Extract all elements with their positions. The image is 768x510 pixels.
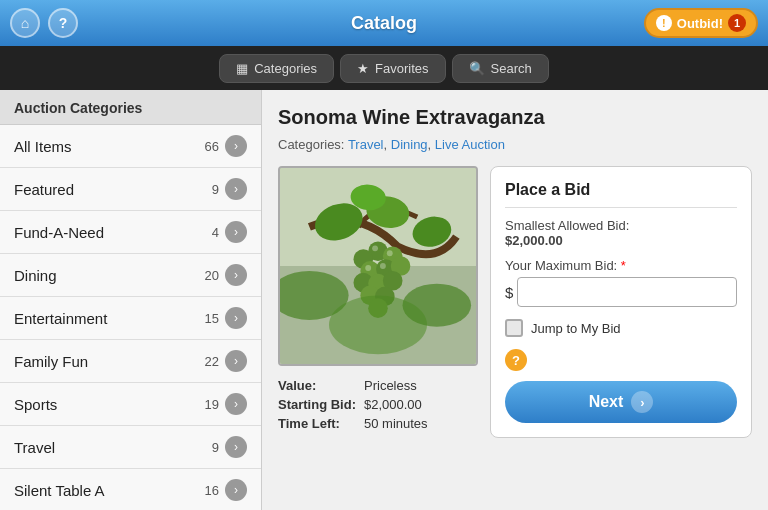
sidebar-item-entertainment[interactable]: Entertainment 15 › — [0, 297, 261, 340]
categories-line: Categories: Travel, Dining, Live Auction — [278, 137, 752, 152]
categories-nav-button[interactable]: ▦ Categories — [219, 54, 334, 83]
item-title: Sonoma Wine Extravaganza — [278, 106, 752, 129]
bid-panel-title: Place a Bid — [505, 181, 737, 208]
question-icon: ? — [59, 15, 68, 31]
item-image — [278, 166, 478, 366]
starting-bid-label: Starting Bid: — [278, 395, 364, 414]
svg-point-19 — [387, 250, 393, 256]
smallest-allowed-row: Smallest Allowed Bid: $2,000.00 — [505, 218, 737, 248]
item-image-container: Value: Priceless Starting Bid: $2,000.00… — [278, 166, 478, 438]
sidebar-item-fund-a-need-arrow: › — [225, 221, 247, 243]
sidebar: Auction Categories All Items 66 › Featur… — [0, 90, 262, 510]
sidebar-item-all-items-arrow: › — [225, 135, 247, 157]
sidebar-item-sports-right: 19 › — [205, 393, 247, 415]
smallest-allowed-label: Smallest Allowed Bid: — [505, 218, 629, 233]
sidebar-item-travel[interactable]: Travel 9 › — [0, 426, 261, 469]
sidebar-item-sports[interactable]: Sports 19 › — [0, 383, 261, 426]
bid-input-row: $ — [505, 277, 737, 307]
svg-point-21 — [380, 263, 386, 269]
nav-bar: ▦ Categories ★ Favorites 🔍 Search — [0, 46, 768, 90]
sidebar-item-travel-right: 9 › — [212, 436, 247, 458]
sidebar-header: Auction Categories — [0, 90, 261, 125]
sidebar-item-silent-table-a[interactable]: Silent Table A 16 › — [0, 469, 261, 510]
jump-to-my-bid-checkbox[interactable] — [505, 319, 523, 337]
sidebar-item-dining-count: 20 — [205, 268, 219, 283]
app-title: Catalog — [351, 13, 417, 34]
time-left-label: Time Left: — [278, 414, 364, 433]
category-live-auction-link[interactable]: Live Auction — [435, 137, 505, 152]
item-details: Value: Priceless Starting Bid: $2,000.00… — [278, 376, 478, 433]
search-nav-icon: 🔍 — [469, 61, 485, 76]
sidebar-item-dining-right: 20 › — [205, 264, 247, 286]
outbid-button[interactable]: ! Outbid! 1 — [644, 8, 758, 38]
home-icon: ⌂ — [21, 15, 29, 31]
search-nav-button[interactable]: 🔍 Search — [452, 54, 549, 83]
starting-bid-value: $2,000.00 — [364, 395, 436, 414]
sidebar-item-all-items-label: All Items — [14, 138, 72, 155]
sidebar-item-sports-arrow: › — [225, 393, 247, 415]
category-travel-link[interactable]: Travel — [348, 137, 384, 152]
sidebar-item-family-fun-right: 22 › — [205, 350, 247, 372]
sidebar-item-family-fun-label: Family Fun — [14, 353, 88, 370]
sidebar-item-family-fun-arrow: › — [225, 350, 247, 372]
sidebar-item-featured-right: 9 › — [212, 178, 247, 200]
sidebar-item-fund-a-need-right: 4 › — [212, 221, 247, 243]
home-button[interactable]: ⌂ — [10, 8, 40, 38]
sidebar-item-travel-label: Travel — [14, 439, 55, 456]
sidebar-item-fund-a-need[interactable]: Fund-A-Need 4 › — [0, 211, 261, 254]
sidebar-item-all-items-right: 66 › — [205, 135, 247, 157]
sidebar-item-entertainment-arrow: › — [225, 307, 247, 329]
outbid-count-badge: 1 — [728, 14, 746, 32]
dollar-sign: $ — [505, 284, 513, 301]
sidebar-item-dining[interactable]: Dining 20 › — [0, 254, 261, 297]
sidebar-item-entertainment-count: 15 — [205, 311, 219, 326]
search-nav-label: Search — [491, 61, 532, 76]
favorites-nav-button[interactable]: ★ Favorites — [340, 54, 445, 83]
required-asterisk: * — [621, 258, 626, 273]
help-icon[interactable]: ? — [505, 349, 527, 371]
sidebar-item-sports-count: 19 — [205, 397, 219, 412]
sidebar-item-entertainment-right: 15 › — [205, 307, 247, 329]
time-left-value: 50 minutes — [364, 414, 436, 433]
next-arrow-icon: › — [631, 391, 653, 413]
sidebar-item-all-items[interactable]: All Items 66 › — [0, 125, 261, 168]
content-area: Sonoma Wine Extravaganza Categories: Tra… — [262, 90, 768, 510]
your-max-bid-label: Your Maximum Bid: * — [505, 258, 737, 273]
help-button[interactable]: ? — [48, 8, 78, 38]
sidebar-item-travel-count: 9 — [212, 440, 219, 455]
bid-input[interactable] — [517, 277, 737, 307]
item-body: Value: Priceless Starting Bid: $2,000.00… — [278, 166, 752, 438]
sidebar-item-featured[interactable]: Featured 9 › — [0, 168, 261, 211]
app-header: ⌂ ? Catalog ! Outbid! 1 — [0, 0, 768, 46]
sidebar-item-silent-table-a-count: 16 — [205, 483, 219, 498]
categories-nav-label: Categories — [254, 61, 317, 76]
sidebar-item-sports-label: Sports — [14, 396, 57, 413]
categories-prefix: Categories: — [278, 137, 344, 152]
help-row: ? — [505, 349, 737, 371]
sidebar-item-entertainment-label: Entertainment — [14, 310, 107, 327]
item-image-svg — [280, 168, 476, 364]
warning-icon: ! — [656, 15, 672, 31]
favorites-nav-icon: ★ — [357, 61, 369, 76]
sidebar-item-fund-a-need-count: 4 — [212, 225, 219, 240]
sidebar-item-family-fun-count: 22 — [205, 354, 219, 369]
outbid-label: Outbid! — [677, 16, 723, 31]
smallest-allowed-value: $2,000.00 — [505, 233, 563, 248]
sidebar-item-dining-arrow: › — [225, 264, 247, 286]
sidebar-item-fund-a-need-label: Fund-A-Need — [14, 224, 104, 241]
sidebar-item-all-items-count: 66 — [205, 139, 219, 154]
favorites-nav-label: Favorites — [375, 61, 428, 76]
jump-to-my-bid-label[interactable]: Jump to My Bid — [531, 321, 621, 336]
sidebar-item-silent-table-a-arrow: › — [225, 479, 247, 501]
value-label: Value: — [278, 376, 364, 395]
sidebar-item-dining-label: Dining — [14, 267, 57, 284]
svg-point-20 — [365, 265, 371, 271]
sidebar-item-family-fun[interactable]: Family Fun 22 › — [0, 340, 261, 383]
value-value: Priceless — [364, 376, 436, 395]
sidebar-item-featured-arrow: › — [225, 178, 247, 200]
next-button-label: Next — [589, 393, 624, 411]
category-dining-link[interactable]: Dining — [391, 137, 428, 152]
jump-to-my-bid-row: Jump to My Bid — [505, 319, 737, 337]
svg-point-18 — [372, 245, 378, 251]
next-button[interactable]: Next › — [505, 381, 737, 423]
